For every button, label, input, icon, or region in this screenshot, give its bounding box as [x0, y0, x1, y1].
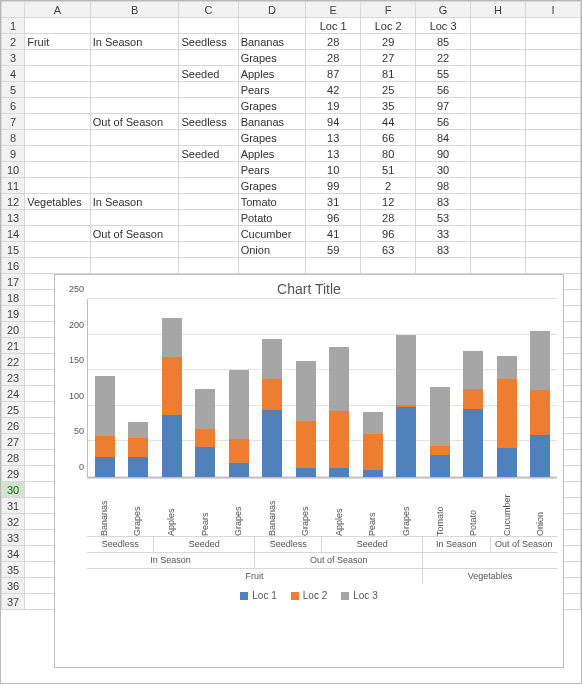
row-header-26[interactable]: 26: [2, 418, 25, 434]
row-3[interactable]: 3Grapes282722: [2, 50, 581, 66]
cell-I14[interactable]: [526, 226, 581, 242]
cell-H6[interactable]: [471, 98, 526, 114]
cell-A15[interactable]: [25, 242, 91, 258]
cell-F9[interactable]: 80: [361, 146, 416, 162]
bar-apples-2[interactable]: [162, 318, 182, 477]
cell-B12[interactable]: In Season: [90, 194, 179, 210]
cell-A9[interactable]: [25, 146, 91, 162]
cell-B7[interactable]: Out of Season: [90, 114, 179, 130]
cell-A5[interactable]: [25, 82, 91, 98]
cell-G10[interactable]: 30: [416, 162, 471, 178]
bar-bananas-5[interactable]: [262, 339, 282, 477]
cell-F7[interactable]: 44: [361, 114, 416, 130]
cell-E4[interactable]: 87: [306, 66, 361, 82]
select-all-corner[interactable]: [2, 2, 25, 18]
row-header-33[interactable]: 33: [2, 530, 25, 546]
bar-apples-7[interactable]: [329, 347, 349, 477]
row-header-8[interactable]: 8: [2, 130, 25, 146]
cell-A13[interactable]: [25, 210, 91, 226]
cell-H10[interactable]: [471, 162, 526, 178]
cell-D16[interactable]: [238, 258, 306, 274]
cell-G12[interactable]: 83: [416, 194, 471, 210]
cell-H8[interactable]: [471, 130, 526, 146]
row-7[interactable]: 7Out of SeasonSeedlessBananas944456: [2, 114, 581, 130]
row-1[interactable]: 1Loc 1Loc 2Loc 3: [2, 18, 581, 34]
cell-D11[interactable]: Grapes: [238, 178, 306, 194]
bar-pears-3[interactable]: [195, 389, 215, 477]
row-11[interactable]: 11Grapes99298: [2, 178, 581, 194]
cell-H14[interactable]: [471, 226, 526, 242]
cell-B11[interactable]: [90, 178, 179, 194]
row-6[interactable]: 6Grapes193597: [2, 98, 581, 114]
cell-B10[interactable]: [90, 162, 179, 178]
cell-B3[interactable]: [90, 50, 179, 66]
row-13[interactable]: 13Potato962853: [2, 210, 581, 226]
cell-E9[interactable]: 13: [306, 146, 361, 162]
cell-G7[interactable]: 56: [416, 114, 471, 130]
embedded-chart[interactable]: Chart Title 050100150200250 BananasGrape…: [54, 274, 564, 668]
cell-F15[interactable]: 63: [361, 242, 416, 258]
cell-A11[interactable]: [25, 178, 91, 194]
cell-D12[interactable]: Tomato: [238, 194, 306, 210]
cell-G16[interactable]: [416, 258, 471, 274]
row-header-25[interactable]: 25: [2, 402, 25, 418]
cell-F16[interactable]: [361, 258, 416, 274]
cell-G4[interactable]: 55: [416, 66, 471, 82]
column-header-h[interactable]: H: [471, 2, 526, 18]
cell-C3[interactable]: [179, 50, 238, 66]
cell-D2[interactable]: Bananas: [238, 34, 306, 50]
cell-I8[interactable]: [526, 130, 581, 146]
cell-E10[interactable]: 10: [306, 162, 361, 178]
column-headers[interactable]: ABCDEFGHI: [2, 2, 581, 18]
cell-C11[interactable]: [179, 178, 238, 194]
column-header-i[interactable]: I: [526, 2, 581, 18]
bar-grapes-9[interactable]: [396, 335, 416, 477]
cell-A6[interactable]: [25, 98, 91, 114]
cell-F10[interactable]: 51: [361, 162, 416, 178]
cell-C5[interactable]: [179, 82, 238, 98]
row-header-5[interactable]: 5: [2, 82, 25, 98]
cell-F4[interactable]: 81: [361, 66, 416, 82]
cell-G8[interactable]: 84: [416, 130, 471, 146]
row-header-37[interactable]: 37: [2, 594, 25, 610]
row-header-12[interactable]: 12: [2, 194, 25, 210]
row-header-20[interactable]: 20: [2, 322, 25, 338]
cell-E6[interactable]: 19: [306, 98, 361, 114]
cell-F14[interactable]: 96: [361, 226, 416, 242]
row-header-23[interactable]: 23: [2, 370, 25, 386]
row-8[interactable]: 8Grapes136684: [2, 130, 581, 146]
cell-F13[interactable]: 28: [361, 210, 416, 226]
cell-D6[interactable]: Grapes: [238, 98, 306, 114]
row-header-14[interactable]: 14: [2, 226, 25, 242]
cell-H13[interactable]: [471, 210, 526, 226]
cell-C9[interactable]: Seeded: [179, 146, 238, 162]
cell-G2[interactable]: 85: [416, 34, 471, 50]
row-5[interactable]: 5Pears422556: [2, 82, 581, 98]
row-header-11[interactable]: 11: [2, 178, 25, 194]
cell-D14[interactable]: Cucumber: [238, 226, 306, 242]
cell-A12[interactable]: Vegetables: [25, 194, 91, 210]
column-header-d[interactable]: D: [238, 2, 306, 18]
cell-E8[interactable]: 13: [306, 130, 361, 146]
row-header-31[interactable]: 31: [2, 498, 25, 514]
cell-E12[interactable]: 31: [306, 194, 361, 210]
cell-I13[interactable]: [526, 210, 581, 226]
row-header-35[interactable]: 35: [2, 562, 25, 578]
cell-C10[interactable]: [179, 162, 238, 178]
row-header-32[interactable]: 32: [2, 514, 25, 530]
row-15[interactable]: 15Onion596383: [2, 242, 581, 258]
cell-H12[interactable]: [471, 194, 526, 210]
cell-I1[interactable]: [526, 18, 581, 34]
row-header-22[interactable]: 22: [2, 354, 25, 370]
row-10[interactable]: 10Pears105130: [2, 162, 581, 178]
bar-grapes-4[interactable]: [229, 370, 249, 477]
bar-tomato-10[interactable]: [430, 387, 450, 477]
column-header-f[interactable]: F: [361, 2, 416, 18]
cell-H16[interactable]: [471, 258, 526, 274]
cell-G6[interactable]: 97: [416, 98, 471, 114]
cell-B8[interactable]: [90, 130, 179, 146]
row-header-4[interactable]: 4: [2, 66, 25, 82]
row-header-29[interactable]: 29: [2, 466, 25, 482]
cell-F5[interactable]: 25: [361, 82, 416, 98]
cell-A10[interactable]: [25, 162, 91, 178]
